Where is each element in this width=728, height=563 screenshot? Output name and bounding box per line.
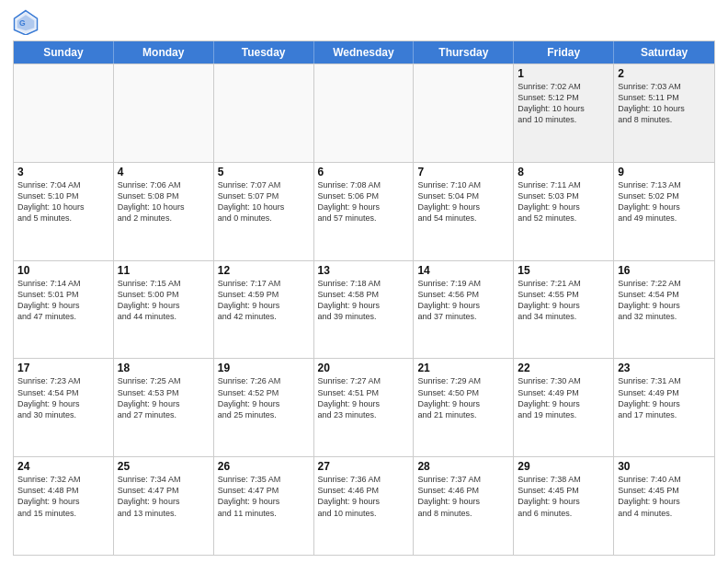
day-cell-11: 11Sunrise: 7:15 AMSunset: 5:00 PMDayligh… [114,261,214,359]
day-number: 24 [17,460,109,473]
day-number: 5 [218,166,310,178]
empty-cell [214,64,314,162]
day-number: 29 [518,460,609,473]
day-cell-21: 21Sunrise: 7:29 AMSunset: 4:50 PMDayligh… [414,359,514,456]
header-day-tuesday: Tuesday [214,41,314,63]
header-day-wednesday: Wednesday [314,41,415,63]
header-day-saturday: Saturday [614,41,714,63]
logo: G [13,9,42,35]
header: G [13,9,715,35]
logo-icon: G [13,9,39,35]
day-cell-30: 30Sunrise: 7:40 AMSunset: 4:45 PMDayligh… [614,457,714,555]
day-cell-18: 18Sunrise: 7:25 AMSunset: 4:53 PMDayligh… [114,359,214,456]
day-info: Sunrise: 7:31 AMSunset: 4:49 PMDaylight:… [618,375,711,420]
day-info: Sunrise: 7:22 AMSunset: 4:54 PMDaylight:… [618,278,711,323]
day-number: 23 [618,362,711,374]
day-cell-19: 19Sunrise: 7:26 AMSunset: 4:52 PMDayligh… [214,359,314,456]
day-info: Sunrise: 7:03 AMSunset: 5:11 PMDaylight:… [618,81,711,126]
calendar-body: 1Sunrise: 7:02 AMSunset: 5:12 PMDaylight… [14,63,714,555]
day-number: 9 [618,166,711,178]
day-info: Sunrise: 7:21 AMSunset: 4:55 PMDaylight:… [518,278,609,323]
day-cell-5: 5Sunrise: 7:07 AMSunset: 5:07 PMDaylight… [214,163,314,260]
day-cell-10: 10Sunrise: 7:14 AMSunset: 5:01 PMDayligh… [14,261,114,359]
header-day-monday: Monday [114,41,214,63]
week-row-3: 10Sunrise: 7:14 AMSunset: 5:01 PMDayligh… [14,260,714,359]
day-info: Sunrise: 7:17 AMSunset: 4:59 PMDaylight:… [218,278,310,323]
calendar: SundayMondayTuesdayWednesdayThursdayFrid… [13,40,715,556]
day-number: 14 [417,264,509,277]
day-info: Sunrise: 7:25 AMSunset: 4:53 PMDaylight:… [118,375,210,420]
day-cell-6: 6Sunrise: 7:08 AMSunset: 5:06 PMDaylight… [314,163,415,260]
empty-cell [14,64,114,162]
day-info: Sunrise: 7:02 AMSunset: 5:12 PMDaylight:… [518,81,609,126]
day-info: Sunrise: 7:35 AMSunset: 4:47 PMDaylight:… [218,474,310,519]
day-cell-3: 3Sunrise: 7:04 AMSunset: 5:10 PMDaylight… [14,163,114,260]
day-number: 21 [417,362,509,374]
day-cell-22: 22Sunrise: 7:30 AMSunset: 4:49 PMDayligh… [514,359,614,456]
day-cell-25: 25Sunrise: 7:34 AMSunset: 4:47 PMDayligh… [114,457,214,555]
week-row-4: 17Sunrise: 7:23 AMSunset: 4:54 PMDayligh… [14,358,714,456]
day-info: Sunrise: 7:11 AMSunset: 5:03 PMDaylight:… [518,179,609,224]
day-cell-23: 23Sunrise: 7:31 AMSunset: 4:49 PMDayligh… [614,359,714,456]
calendar-header: SundayMondayTuesdayWednesdayThursdayFrid… [14,41,714,63]
day-info: Sunrise: 7:14 AMSunset: 5:01 PMDaylight:… [17,278,109,323]
day-number: 4 [118,166,210,178]
day-number: 17 [17,362,109,374]
day-cell-16: 16Sunrise: 7:22 AMSunset: 4:54 PMDayligh… [614,261,714,359]
day-cell-27: 27Sunrise: 7:36 AMSunset: 4:46 PMDayligh… [314,457,415,555]
day-info: Sunrise: 7:23 AMSunset: 4:54 PMDaylight:… [17,375,109,420]
day-info: Sunrise: 7:38 AMSunset: 4:45 PMDaylight:… [518,474,609,519]
day-cell-9: 9Sunrise: 7:13 AMSunset: 5:02 PMDaylight… [614,163,714,260]
day-info: Sunrise: 7:15 AMSunset: 5:00 PMDaylight:… [118,278,210,323]
day-cell-28: 28Sunrise: 7:37 AMSunset: 4:46 PMDayligh… [414,457,514,555]
day-info: Sunrise: 7:07 AMSunset: 5:07 PMDaylight:… [218,179,310,224]
day-number: 18 [118,362,210,374]
day-info: Sunrise: 7:34 AMSunset: 4:47 PMDaylight:… [118,474,210,519]
day-info: Sunrise: 7:10 AMSunset: 5:04 PMDaylight:… [417,179,509,224]
day-info: Sunrise: 7:04 AMSunset: 5:10 PMDaylight:… [17,179,109,224]
day-info: Sunrise: 7:19 AMSunset: 4:56 PMDaylight:… [417,278,509,323]
day-cell-26: 26Sunrise: 7:35 AMSunset: 4:47 PMDayligh… [214,457,314,555]
day-cell-20: 20Sunrise: 7:27 AMSunset: 4:51 PMDayligh… [314,359,415,456]
week-row-2: 3Sunrise: 7:04 AMSunset: 5:10 PMDaylight… [14,162,714,260]
day-number: 1 [518,67,609,80]
day-info: Sunrise: 7:37 AMSunset: 4:46 PMDaylight:… [417,474,509,519]
day-number: 7 [417,166,509,178]
day-info: Sunrise: 7:13 AMSunset: 5:02 PMDaylight:… [618,179,711,224]
day-info: Sunrise: 7:06 AMSunset: 5:08 PMDaylight:… [118,179,210,224]
day-info: Sunrise: 7:32 AMSunset: 4:48 PMDaylight:… [17,474,109,519]
page: G SundayMondayTuesdayWednesdayThursdayFr… [0,0,728,563]
day-cell-8: 8Sunrise: 7:11 AMSunset: 5:03 PMDaylight… [514,163,614,260]
day-cell-7: 7Sunrise: 7:10 AMSunset: 5:04 PMDaylight… [414,163,514,260]
day-number: 3 [17,166,109,178]
day-info: Sunrise: 7:36 AMSunset: 4:46 PMDaylight:… [318,474,410,519]
header-day-sunday: Sunday [14,41,114,63]
day-cell-14: 14Sunrise: 7:19 AMSunset: 4:56 PMDayligh… [414,261,514,359]
day-number: 28 [417,460,509,473]
day-info: Sunrise: 7:30 AMSunset: 4:49 PMDaylight:… [518,375,609,420]
header-day-friday: Friday [514,41,614,63]
day-number: 15 [518,264,609,277]
day-info: Sunrise: 7:27 AMSunset: 4:51 PMDaylight:… [318,375,410,420]
svg-text:G: G [19,18,26,28]
day-info: Sunrise: 7:40 AMSunset: 4:45 PMDaylight:… [618,474,711,519]
day-cell-12: 12Sunrise: 7:17 AMSunset: 4:59 PMDayligh… [214,261,314,359]
day-info: Sunrise: 7:26 AMSunset: 4:52 PMDaylight:… [218,375,310,420]
day-number: 10 [17,264,109,277]
day-cell-1: 1Sunrise: 7:02 AMSunset: 5:12 PMDaylight… [514,64,614,162]
day-info: Sunrise: 7:29 AMSunset: 4:50 PMDaylight:… [417,375,509,420]
day-number: 16 [618,264,711,277]
day-number: 19 [218,362,310,374]
week-row-5: 24Sunrise: 7:32 AMSunset: 4:48 PMDayligh… [14,456,714,555]
day-cell-2: 2Sunrise: 7:03 AMSunset: 5:11 PMDaylight… [614,64,714,162]
day-number: 8 [518,166,609,178]
day-cell-29: 29Sunrise: 7:38 AMSunset: 4:45 PMDayligh… [514,457,614,555]
day-number: 26 [218,460,310,473]
day-cell-15: 15Sunrise: 7:21 AMSunset: 4:55 PMDayligh… [514,261,614,359]
day-number: 30 [618,460,711,473]
day-number: 11 [118,264,210,277]
day-number: 6 [318,166,410,178]
day-number: 27 [318,460,410,473]
day-number: 13 [318,264,410,277]
empty-cell [314,64,415,162]
